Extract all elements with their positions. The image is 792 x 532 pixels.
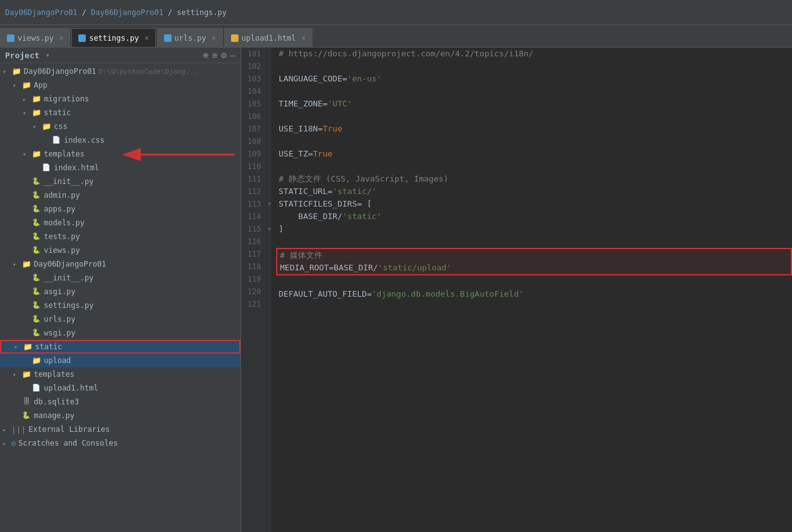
html-file-icon: [231, 34, 239, 42]
hide-icon[interactable]: —: [230, 50, 235, 60]
code-op: =: [327, 185, 332, 198]
line-num-120: 120: [241, 285, 266, 298]
collapse-icon[interactable]: ≡: [212, 50, 217, 60]
folder-icon: [41, 122, 51, 131]
tree-item-name: settings.py: [44, 301, 93, 310]
tab-urls-close[interactable]: ✕: [212, 34, 216, 42]
tree-item-apps[interactable]: apps.py: [0, 202, 240, 216]
tree-item-init-pro[interactable]: __init__.py: [0, 271, 240, 285]
line-num-117: 117: [241, 248, 266, 260]
main-area: Project ▾ ⊕ ≡ ⚙ — Day06DjangoPro01 D:\U\…: [0, 48, 792, 532]
tree-item-static-app[interactable]: static: [0, 106, 240, 120]
folder-icon: [21, 81, 31, 90]
tree-item-static-root[interactable]: static: [0, 340, 240, 354]
tree-item-name: static: [35, 342, 62, 351]
tree-item-app[interactable]: App: [0, 78, 240, 92]
code-op: =: [329, 262, 334, 274]
py-file-icon: [31, 205, 41, 213]
tab-views[interactable]: views.py ✕: [0, 28, 70, 47]
tree-item-urls[interactable]: urls.py: [0, 312, 240, 326]
tree-item-name: index.css: [64, 136, 105, 145]
py-file-icon: [31, 315, 41, 324]
py-file-icon: [31, 329, 41, 337]
file-tree: Day06DjangoPro01 D:\U\pythonCode\Djang..…: [0, 63, 240, 451]
tree-item-name: upload1.html: [44, 384, 98, 392]
tree-item-day06root[interactable]: Day06DjangoPro01 D:\U\pythonCode\Djang..…: [0, 64, 240, 78]
tree-item-external-libraries[interactable]: ||| External Libraries: [0, 422, 240, 436]
line-num-110: 110: [241, 160, 266, 173]
code-var: USE_TZ: [279, 148, 308, 160]
tree-item-settings[interactable]: settings.py: [0, 299, 240, 312]
settings-icon[interactable]: ⚙: [221, 50, 226, 60]
tree-item-upload[interactable]: upload: [0, 354, 240, 367]
tree-item-index-css[interactable]: index.css: [0, 133, 240, 147]
tree-item-name: __init__.py: [44, 274, 93, 282]
tree-item-name: Scratches and Consoles: [18, 439, 118, 448]
tree-item-templates-app[interactable]: templates: [0, 147, 240, 161]
dropdown-arrow[interactable]: ▾: [46, 51, 50, 59]
locate-icon[interactable]: ⊕: [203, 50, 208, 60]
tree-item-admin[interactable]: admin.py: [0, 188, 240, 202]
code-str: 'django.db.models.BigAutoField': [372, 288, 524, 300]
code-line-116: [279, 235, 792, 248]
tree-item-migrations[interactable]: migrations: [0, 92, 240, 106]
arrow-icon: [23, 96, 31, 103]
tab-upload1[interactable]: upload1.html ✕: [224, 28, 312, 47]
code-line-113: ▾ STATICFILES_DIRS = [: [279, 198, 792, 210]
project-label: Project: [5, 51, 39, 60]
tree-item-init-app[interactable]: __init__.py: [0, 175, 240, 188]
tree-item-tests[interactable]: tests.py: [0, 230, 240, 243]
line-num-113: 113: [241, 198, 266, 210]
line-num-114: 114: [241, 210, 266, 223]
tree-item-name: migrations: [44, 95, 89, 103]
arrow-icon: [13, 371, 21, 378]
editor-container: 101 102 103 104 105 106 107 108 109 110 …: [241, 48, 792, 532]
tree-item-asgi[interactable]: asgi.py: [0, 285, 240, 299]
tab-settings-close[interactable]: ✕: [145, 34, 149, 42]
tab-urls[interactable]: urls.py ✕: [157, 28, 223, 47]
tree-item-db[interactable]: db.sqlite3: [0, 395, 240, 409]
arrow-icon: [23, 110, 31, 116]
code-var: STATIC_URL: [279, 185, 327, 198]
folder-icon: [23, 342, 33, 351]
code-line-104: [279, 85, 792, 98]
tab-upload1-close[interactable]: ✕: [301, 34, 306, 42]
tree-item-day06pro[interactable]: Day06DjangoPro01: [0, 257, 240, 271]
fold-icon[interactable]: ▾: [267, 198, 272, 210]
line-num-121: 121: [241, 298, 266, 310]
py-file-icon: [21, 411, 31, 420]
code-editor[interactable]: 101 102 103 104 105 106 107 108 109 110 …: [241, 48, 792, 532]
tree-item-manage[interactable]: manage.py: [0, 409, 240, 422]
code-str: 'static': [342, 210, 382, 223]
tab-settings[interactable]: settings.py ✕: [71, 28, 155, 47]
code-lines: # https://docs.djangoproject.com/en/4.2/…: [271, 48, 792, 532]
html-file-icon: [31, 384, 41, 392]
titlebar: Day06DjangoPro01 / Day06DjangoPro01 / se…: [0, 0, 792, 25]
line-num-106: 106: [241, 110, 266, 123]
folder-icon: [21, 370, 31, 379]
code-line-106: [279, 110, 792, 123]
tree-item-templates-root[interactable]: templates: [0, 367, 240, 381]
py-file-icon: [78, 34, 86, 42]
tree-item-css[interactable]: css: [0, 120, 240, 133]
tree-item-upload1-html[interactable]: upload1.html: [0, 381, 240, 395]
line-num-104: 104: [241, 85, 266, 98]
tree-item-scratches[interactable]: ◎ Scratches and Consoles: [0, 436, 240, 450]
fold-icon[interactable]: ▾: [267, 223, 272, 235]
db-file-icon: [21, 397, 31, 406]
tree-item-views-app[interactable]: views.py: [0, 243, 240, 257]
tree-item-name: wsgi.py: [44, 329, 76, 337]
code-area: 101 102 103 104 105 106 107 108 109 110 …: [241, 48, 792, 532]
tree-item-index-html[interactable]: index.html: [0, 161, 240, 175]
code-var: LANGUAGE_CODE: [279, 73, 342, 85]
scratches-icon: ◎: [11, 439, 16, 448]
code-comment: # https://docs.djangoproject.com/en/4.2/…: [279, 48, 533, 60]
tree-item-models[interactable]: models.py: [0, 216, 240, 230]
py-file-icon: [31, 301, 41, 310]
code-op: = [: [357, 198, 371, 210]
arrow-icon: [33, 123, 41, 130]
code-line-121: [279, 300, 792, 313]
tree-item-wsgi[interactable]: wsgi.py: [0, 326, 240, 340]
tab-views-close[interactable]: ✕: [59, 34, 64, 42]
line-num-105: 105: [241, 98, 266, 110]
